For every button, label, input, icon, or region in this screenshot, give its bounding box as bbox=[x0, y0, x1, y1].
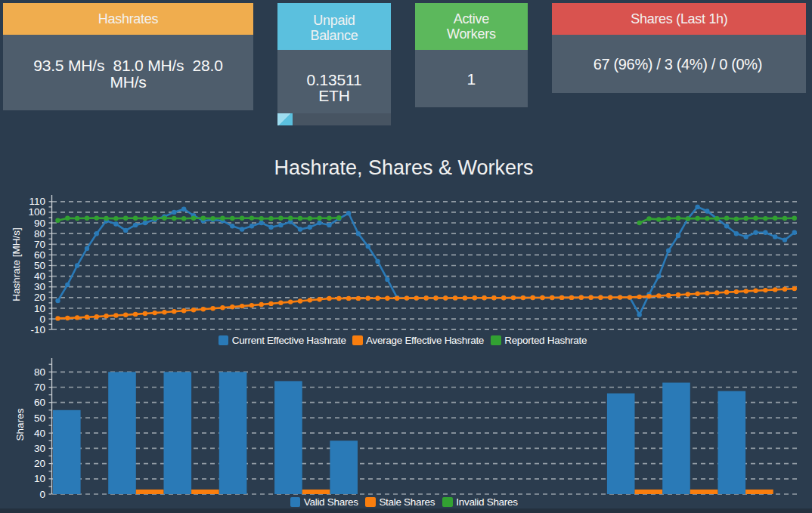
svg-text:Shares: Shares bbox=[14, 408, 26, 440]
svg-text:50: 50 bbox=[34, 260, 45, 271]
svg-text:110: 110 bbox=[29, 196, 45, 207]
svg-text:70: 70 bbox=[34, 382, 45, 393]
svg-text:70: 70 bbox=[34, 239, 45, 250]
svg-text:40: 40 bbox=[34, 428, 45, 439]
svg-text:20: 20 bbox=[34, 292, 45, 303]
svg-text:100: 100 bbox=[28, 206, 45, 218]
svg-text:40: 40 bbox=[34, 270, 45, 282]
svg-text:80: 80 bbox=[34, 228, 45, 240]
svg-text:80: 80 bbox=[34, 366, 45, 378]
svg-text:60: 60 bbox=[34, 249, 45, 261]
svg-text:30: 30 bbox=[34, 443, 45, 454]
svg-text:-10: -10 bbox=[30, 324, 45, 335]
svg-text:90: 90 bbox=[34, 218, 45, 229]
svg-text:30: 30 bbox=[34, 281, 45, 292]
svg-text:10: 10 bbox=[34, 473, 45, 484]
svg-text:10: 10 bbox=[34, 303, 45, 314]
svg-text:Hashrate [MH/s]: Hashrate [MH/s] bbox=[11, 227, 22, 301]
svg-text:0: 0 bbox=[39, 489, 45, 500]
svg-text:20: 20 bbox=[34, 458, 45, 469]
svg-text:60: 60 bbox=[34, 397, 45, 408]
svg-text:0: 0 bbox=[39, 314, 45, 325]
svg-text:50: 50 bbox=[34, 413, 45, 424]
